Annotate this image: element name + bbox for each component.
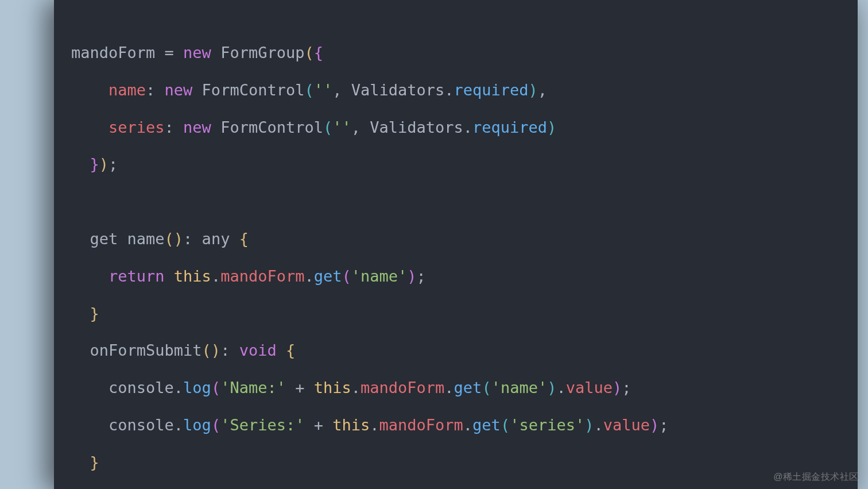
code-token: get	[454, 379, 482, 396]
code-token: (	[501, 416, 510, 434]
code-token: return	[108, 267, 165, 285]
code-token: :	[165, 118, 184, 136]
code-token: (	[482, 379, 491, 396]
code-token: ''	[314, 81, 333, 99]
code-token: {	[286, 341, 295, 359]
code-token	[277, 341, 286, 359]
code-token: void	[239, 341, 277, 359]
code-token: (	[304, 44, 313, 61]
code-token: : any	[183, 230, 239, 248]
code-token: ;	[108, 155, 118, 173]
code-token: )	[211, 341, 220, 359]
code-token: =	[165, 44, 174, 61]
code-line: mandoForm = new FormGroup({	[71, 44, 323, 61]
code-token: get	[472, 416, 501, 434]
code-token: this	[332, 416, 370, 434]
code-token: value	[603, 416, 650, 434]
code-line: });	[71, 155, 118, 173]
code-token: +	[304, 416, 332, 434]
code-line: onFormSubmit(): void {	[71, 341, 295, 359]
code-token: )	[547, 379, 556, 396]
code-token: )	[529, 81, 538, 99]
code-token: )	[407, 267, 416, 285]
code-token: :	[146, 81, 165, 99]
code-token: value	[566, 379, 613, 396]
code-token: (	[211, 416, 220, 434]
code-token: series	[108, 118, 165, 136]
code-token: +	[286, 379, 314, 396]
code-token: }	[90, 155, 99, 173]
code-token: ,	[538, 81, 547, 99]
code-token: .	[370, 416, 379, 434]
code-token: mandoForm	[220, 267, 304, 285]
code-token: )	[99, 155, 108, 173]
code-token: )	[584, 416, 594, 434]
code-token: ;	[659, 416, 668, 434]
code-editor-panel: mandoForm = new FormGroup({ name: new Fo…	[54, 0, 858, 489]
code-token: this	[314, 379, 351, 396]
code-token: }	[90, 453, 99, 471]
code-token: get	[314, 267, 342, 285]
code-token: )	[174, 230, 183, 248]
code-token: onFormSubmit	[90, 341, 202, 359]
code-token: , Validators.	[332, 81, 454, 99]
code-token: .	[304, 267, 313, 285]
code-token: (	[211, 379, 220, 396]
code-token: new	[183, 44, 211, 61]
code-token: FormControl	[211, 118, 323, 136]
code-token: )	[650, 416, 659, 434]
code-token: ;	[622, 379, 631, 396]
code-token: required	[472, 118, 547, 136]
code-token: )	[613, 379, 622, 396]
code-token	[174, 44, 183, 61]
code-token: .	[174, 416, 183, 434]
code-line: series: new FormControl('', Validators.r…	[71, 118, 556, 136]
code-token: 'name'	[351, 267, 408, 285]
code-token: (	[202, 341, 211, 359]
code-token: (	[165, 230, 174, 248]
code-token: required	[454, 81, 529, 99]
code-token: 'series'	[510, 416, 584, 434]
code-token: .	[174, 379, 183, 396]
code-line: console.log('Name:' + this.mandoForm.get…	[71, 379, 631, 396]
code-token: ;	[417, 267, 426, 285]
code-line: name: new FormControl('', Validators.req…	[71, 81, 547, 99]
code-token: ''	[332, 118, 351, 136]
code-token: , Validators.	[351, 118, 472, 136]
code-token: log	[183, 416, 211, 434]
code-token: new	[183, 118, 211, 136]
code-token: .	[556, 379, 565, 396]
code-token: log	[183, 379, 211, 396]
code-line: return this.mandoForm.get('name');	[71, 267, 426, 285]
code-token: }	[90, 305, 99, 322]
code-token: mandoForm	[361, 379, 444, 396]
code-token: get	[90, 230, 118, 248]
code-token: :	[220, 341, 239, 359]
code-token: 'Series:'	[220, 416, 304, 434]
code-token: name	[108, 81, 146, 99]
code-token: )	[547, 118, 556, 136]
code-token: .	[463, 416, 472, 434]
code-token: .	[594, 416, 603, 434]
code-token: name	[118, 230, 164, 248]
code-token	[165, 267, 174, 285]
code-token: FormControl	[192, 81, 304, 99]
code-token: (	[304, 81, 313, 99]
code-token: (	[323, 118, 332, 136]
code-token: new	[165, 81, 193, 99]
code-token: FormGroup	[211, 44, 305, 61]
code-token: 'Name:'	[220, 379, 286, 396]
code-token: mandoForm	[71, 44, 165, 61]
code-token: console	[108, 379, 174, 396]
code-line: console.log('Series:' + this.mandoForm.g…	[71, 416, 669, 434]
code-token: mandoForm	[379, 416, 463, 434]
code-token: {	[314, 44, 323, 61]
code-token: .	[351, 379, 361, 396]
code-token: console	[108, 416, 174, 434]
code-token: this	[174, 267, 211, 285]
code-token: .	[211, 267, 220, 285]
code-line: get name(): any {	[71, 230, 249, 248]
code-block: mandoForm = new FormGroup({ name: new Fo…	[71, 34, 840, 482]
code-line: }	[71, 453, 99, 471]
watermark-text: @稀土掘金技术社区	[773, 471, 859, 483]
